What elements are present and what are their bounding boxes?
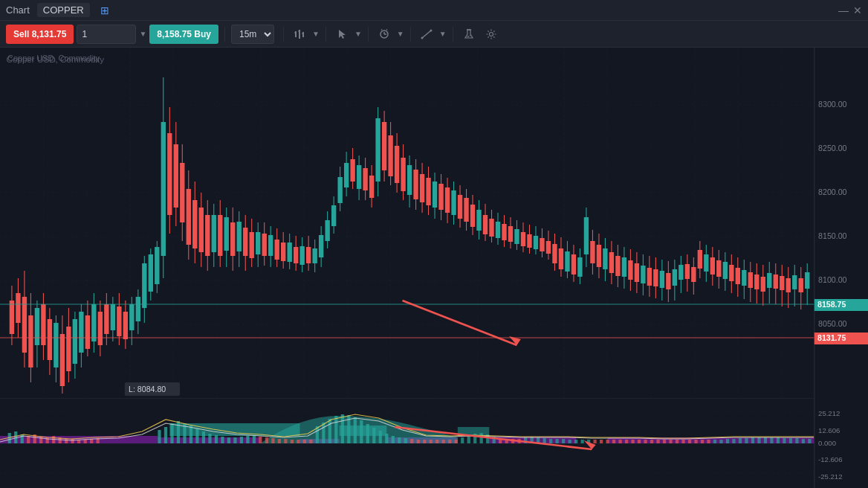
- svg-text:8050.00: 8050.00: [818, 320, 847, 328]
- svg-rect-230: [590, 241, 595, 263]
- minimize-icon[interactable]: —: [838, 4, 849, 16]
- svg-rect-376: [430, 440, 433, 443]
- svg-rect-353: [284, 439, 287, 443]
- svg-rect-402: [593, 440, 596, 443]
- svg-rect-270: [716, 260, 721, 277]
- svg-rect-192: [470, 205, 475, 227]
- timeframe-select[interactable]: 15m 1m 5m 30m 1h 4h 1D: [231, 25, 274, 44]
- svg-rect-396: [556, 439, 559, 443]
- svg-rect-190: [464, 198, 468, 222]
- svg-rect-424: [732, 439, 735, 443]
- svg-rect-48: [16, 293, 20, 323]
- svg-rect-367: [372, 428, 375, 443]
- svg-rect-202: [502, 224, 506, 240]
- svg-rect-170: [401, 158, 405, 191]
- svg-text:8131.75: 8131.75: [817, 334, 846, 342]
- clock-tool[interactable]: [375, 25, 394, 44]
- svg-rect-184: [445, 187, 450, 213]
- settings-button[interactable]: [482, 25, 501, 44]
- cursor-arrow[interactable]: ▼: [354, 30, 362, 38]
- svg-rect-405: [612, 440, 615, 443]
- svg-text:25.212: 25.212: [818, 410, 840, 417]
- svg-rect-339: [195, 428, 198, 443]
- bar-type-button[interactable]: [290, 25, 309, 44]
- svg-rect-56: [41, 304, 45, 345]
- svg-rect-413: [663, 440, 666, 443]
- svg-rect-124: [256, 232, 260, 254]
- main-chart[interactable]: L: 8084.80: [0, 48, 868, 488]
- svg-rect-373: [410, 439, 413, 443]
- clock-arrow[interactable]: ▼: [397, 30, 404, 38]
- bar-type-arrow[interactable]: ▼: [312, 30, 320, 38]
- dropdown-arrow[interactable]: ▼: [139, 30, 146, 38]
- svg-rect-146: [325, 220, 329, 241]
- svg-rect-168: [395, 146, 399, 183]
- svg-rect-282: [754, 274, 759, 289]
- svg-rect-46: [10, 301, 14, 334]
- svg-rect-364: [354, 417, 357, 443]
- cursor-tool[interactable]: [332, 25, 352, 44]
- svg-rect-274: [729, 265, 733, 281]
- svg-rect-196: [483, 215, 488, 234]
- svg-rect-232: [597, 245, 601, 267]
- svg-rect-258: [678, 265, 683, 280]
- svg-rect-420: [707, 440, 710, 443]
- svg-rect-248: [647, 268, 652, 286]
- svg-rect-262: [691, 267, 696, 282]
- svg-rect-64: [66, 327, 71, 371]
- line-arrow[interactable]: ▼: [439, 30, 447, 38]
- close-icon[interactable]: ✕: [853, 4, 862, 16]
- sell-button[interactable]: Sell 8,131.75: [6, 25, 74, 44]
- svg-rect-114: [224, 217, 229, 251]
- svg-rect-134: [288, 243, 292, 262]
- svg-text:8250.00: 8250.00: [818, 144, 847, 152]
- svg-rect-194: [476, 210, 481, 231]
- svg-rect-416: [681, 440, 684, 443]
- svg-rect-128: [268, 235, 273, 256]
- svg-rect-411: [650, 440, 653, 443]
- svg-rect-379: [448, 440, 451, 443]
- chart-watermark: Copper USD, Commodity: [7, 54, 100, 62]
- svg-rect-234: [603, 248, 607, 269]
- svg-rect-200: [496, 222, 500, 238]
- svg-rect-421: [713, 440, 716, 443]
- svg-rect-242: [628, 260, 632, 280]
- svg-rect-206: [514, 229, 519, 244]
- svg-rect-340: [202, 431, 205, 443]
- svg-rect-294: [792, 275, 797, 289]
- svg-rect-276: [736, 268, 740, 284]
- svg-rect-366: [366, 424, 369, 443]
- svg-rect-96: [167, 133, 172, 215]
- svg-rect-214: [540, 238, 544, 251]
- svg-rect-395: [549, 439, 552, 443]
- toolbar: Sell 8,131.75 ▼ 8,158.75 Buy 15m 1m 5m 3…: [0, 21, 868, 48]
- svg-rect-422: [719, 440, 722, 443]
- svg-rect-410: [644, 440, 647, 443]
- svg-rect-110: [212, 215, 216, 252]
- svg-rect-54: [35, 308, 39, 345]
- svg-text:8100.00: 8100.00: [818, 276, 847, 284]
- svg-rect-70: [85, 315, 90, 349]
- svg-rect-409: [638, 440, 641, 443]
- svg-rect-280: [748, 272, 753, 288]
- svg-rect-403: [600, 440, 603, 443]
- svg-rect-434: [795, 438, 798, 443]
- buy-button[interactable]: 8,158.75 Buy: [149, 25, 218, 44]
- chart-area: L: 8084.80: [0, 48, 868, 488]
- svg-text:8150.00: 8150.00: [818, 232, 847, 240]
- indicator-button[interactable]: [459, 25, 479, 44]
- svg-rect-371: [398, 437, 401, 443]
- svg-rect-266: [704, 254, 708, 272]
- svg-rect-426: [745, 438, 748, 443]
- svg-rect-354: [291, 440, 294, 443]
- svg-rect-112: [218, 215, 222, 256]
- svg-rect-359: [322, 423, 325, 443]
- line-tool[interactable]: [417, 25, 436, 44]
- svg-rect-162: [375, 118, 380, 182]
- svg-rect-100: [180, 163, 184, 222]
- svg-rect-369: [385, 434, 388, 443]
- svg-rect-264: [698, 250, 702, 269]
- quantity-input[interactable]: [77, 25, 136, 44]
- svg-line-9: [381, 29, 382, 30]
- svg-rect-346: [240, 437, 243, 443]
